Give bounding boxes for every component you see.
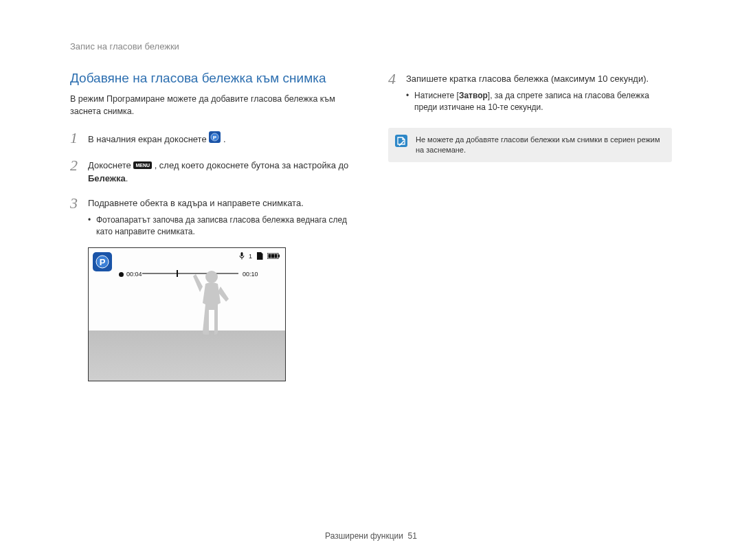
step-body: В началния екран докоснете P . (88, 130, 226, 148)
step-4-text: Запишете кратка гласова бележка (максиму… (406, 74, 649, 84)
shot-count: 1 (249, 253, 252, 260)
section-title: Добавяне на гласова бележка към снимка (70, 71, 354, 86)
step-3-bullet: Фотоапаратът започва да записва гласова … (88, 214, 354, 238)
step-2-bold: Бележка (88, 173, 126, 183)
step-number: 1 (70, 130, 81, 148)
step-body: Докоснете MENU , след което докоснете бу… (88, 157, 354, 186)
slider-knob (177, 270, 178, 277)
step-2-mid: , след което докоснете бутона за настрой… (155, 160, 349, 170)
step-4-bullet: Натиснете [Затвор], за да спрете записа … (406, 90, 672, 114)
step-4-bullet-pre: Натиснете [ (414, 91, 459, 100)
recording-indicator: 00:04 (119, 271, 142, 278)
right-column: 4 Запишете кратка гласова бележка (макси… (388, 71, 672, 381)
svg-rect-10 (269, 254, 271, 258)
memory-card-icon (256, 252, 263, 260)
note-text: Не можете да добавяте гласови бележки къ… (416, 135, 660, 154)
note-callout: Не можете да добавяте гласови бележки къ… (388, 128, 672, 163)
svg-rect-11 (271, 254, 274, 258)
step-2-pre: Докоснете (88, 160, 133, 170)
step-3-text: Подравнете обекта в кадъра и направете с… (88, 198, 304, 208)
step-4: 4 Запишете кратка гласова бележка (макси… (388, 71, 672, 114)
microphone-icon (239, 252, 245, 260)
total-time: 00:10 (243, 271, 258, 278)
svg-text:P: P (100, 257, 106, 267)
elapsed-time: 00:04 (126, 271, 142, 278)
menu-icon: MENU (133, 161, 152, 169)
step-body: Подравнете обекта в кадъра и направете с… (88, 195, 354, 238)
svg-text:P: P (213, 135, 217, 141)
intro-paragraph: В режим Програмиране можете да добавите … (70, 93, 354, 117)
svg-rect-9 (278, 255, 280, 258)
steps-list: 1 В началния екран докоснете P . 2 (70, 130, 354, 238)
screenshot-status-icons: 1 (239, 252, 280, 260)
battery-icon (267, 253, 280, 259)
footer-label: Разширени функции (325, 531, 403, 541)
step-number: 2 (70, 157, 81, 186)
svg-rect-14 (395, 135, 407, 147)
step-2: 2 Докоснете MENU , след което докоснете … (70, 157, 354, 186)
step-number: 4 (388, 71, 399, 114)
step-1-post: . (223, 134, 226, 144)
svg-rect-12 (275, 254, 278, 258)
step-1: 1 В началния екран докоснете P . (70, 130, 354, 148)
step-1-pre: В началния екран докоснете (88, 134, 209, 144)
program-mode-icon: P (93, 252, 112, 274)
page-footer: Разширени функции 51 (0, 531, 742, 541)
steps-list-right: 4 Запишете кратка гласова бележка (макси… (388, 71, 672, 114)
program-mode-icon: P (209, 131, 221, 147)
left-column: Добавяне на гласова бележка към снимка В… (70, 71, 354, 381)
step-2-post: . (126, 173, 128, 183)
step-4-bullet-bold: Затвор (459, 91, 488, 100)
camera-screenshot: P 1 00:04 00:10 (88, 247, 286, 381)
step-3: 3 Подравнете обекта в кадъра и направете… (70, 195, 354, 238)
step-body: Запишете кратка гласова бележка (максиму… (406, 71, 672, 114)
page-header: Запис на гласови бележки (70, 41, 672, 52)
record-dot-icon (119, 272, 124, 277)
svg-rect-6 (240, 252, 243, 256)
content-columns: Добавяне на гласова бележка към снимка В… (70, 71, 672, 381)
note-icon (395, 135, 407, 150)
footer-page: 51 (408, 531, 417, 541)
step-number: 3 (70, 195, 81, 238)
svg-point-13 (205, 271, 218, 283)
subject-silhouette-icon (193, 269, 231, 344)
